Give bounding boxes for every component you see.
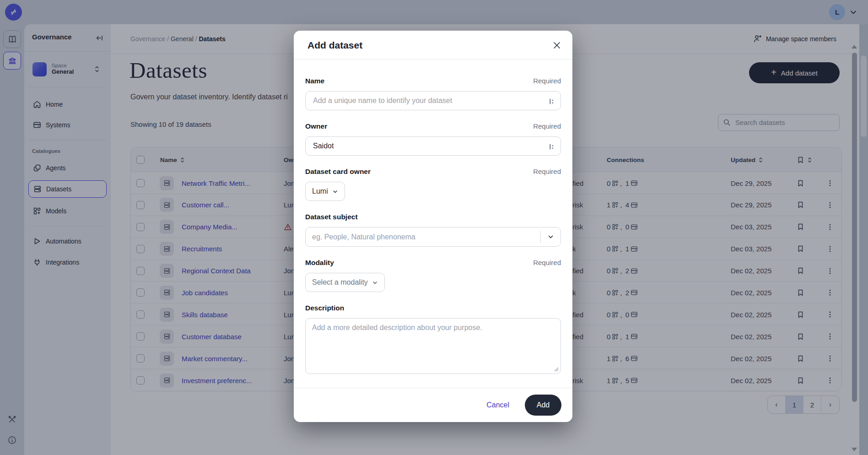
add-submit-button[interactable]: Add	[525, 395, 561, 416]
subject-input[interactable]	[306, 233, 540, 241]
cancel-button[interactable]: Cancel	[486, 401, 509, 409]
description-field[interactable]	[306, 319, 561, 374]
required-badge: Required	[533, 122, 561, 130]
card-owner-dropdown[interactable]: Lumi	[305, 182, 345, 201]
autofill-bars-icon	[549, 98, 555, 105]
subject-dropdown-button[interactable]	[541, 228, 561, 246]
required-badge: Required	[533, 77, 561, 85]
description-field-label: Description	[305, 304, 344, 312]
card-owner-value: Lumi	[312, 187, 328, 195]
name-field[interactable]	[312, 96, 542, 105]
modal-title: Add dataset	[307, 40, 362, 51]
modal-body: Name Required Owner Required Datas	[294, 60, 572, 388]
name-field-wrap	[305, 91, 561, 110]
autofill-bars-icon	[549, 143, 555, 150]
chevron-down-icon	[547, 233, 554, 240]
app: L Governance Space Ge	[0, 0, 868, 455]
modality-placeholder: Select a modality	[312, 278, 368, 287]
close-button[interactable]	[551, 40, 562, 51]
add-dataset-modal: Add dataset Name Required Owner Required	[294, 31, 572, 422]
owner-field-wrap	[305, 136, 561, 156]
chevron-down-icon	[332, 189, 338, 195]
required-badge: Required	[533, 168, 561, 175]
chevron-down-icon	[372, 280, 378, 286]
modal-footer: Cancel Add	[294, 388, 572, 422]
modality-dropdown[interactable]: Select a modality	[305, 273, 385, 292]
modality-field-label: Modality	[305, 259, 334, 267]
description-field-wrap	[305, 318, 561, 374]
resize-handle[interactable]	[554, 367, 559, 372]
card-owner-field-label: Dataset card owner	[305, 168, 371, 176]
modal-header: Add dataset	[294, 31, 572, 60]
owner-field-label: Owner	[305, 122, 327, 130]
owner-field[interactable]	[312, 141, 542, 151]
subject-combobox	[305, 227, 561, 247]
subject-field-label: Dataset subject	[305, 213, 358, 221]
name-field-label: Name	[305, 77, 324, 85]
close-icon	[552, 41, 561, 50]
required-badge: Required	[533, 259, 561, 266]
